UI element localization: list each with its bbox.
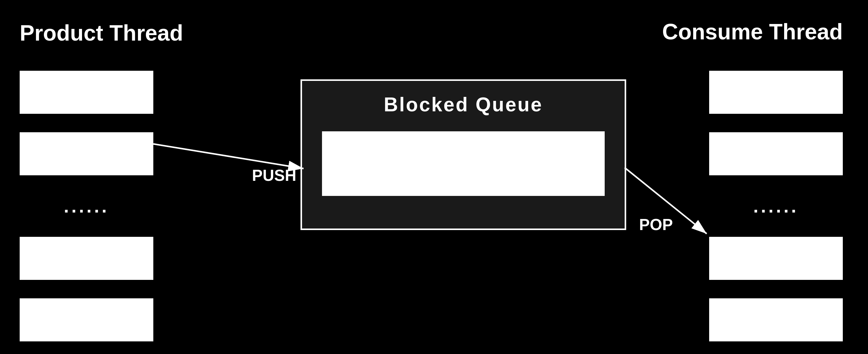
product-box-1 [20,71,153,114]
push-arrow [153,144,304,169]
consume-dots: ...... [709,194,843,218]
queue-cell-2 [370,132,417,195]
queue-cell-4 [464,132,511,195]
queue-cell-6 [558,132,604,195]
product-thread-label: Product Thread [20,20,183,46]
consume-box-3 [709,237,843,280]
blocked-queue-title: Blocked Queue [302,93,625,116]
product-box-3 [20,237,153,280]
consume-box-2 [709,132,843,175]
product-box-2 [20,132,153,175]
consume-thread-label: Consume Thread [662,19,843,44]
consume-thread-boxes: ...... [709,71,843,342]
blocked-queue: Blocked Queue [301,79,626,230]
product-dots: ...... [20,194,153,218]
queue-cell-5 [511,132,558,195]
pop-label: POP [639,215,673,234]
consume-box-4 [709,298,843,342]
queue-cell-3 [417,132,464,195]
queue-cell-1 [323,132,370,195]
consume-box-1 [709,71,843,114]
product-box-4 [20,298,153,342]
product-thread-boxes: ...... [20,71,153,342]
queue-cells [322,131,605,196]
page-container: Product Thread Consume Thread ...... ...… [0,0,868,354]
push-label: PUSH [252,166,296,184]
